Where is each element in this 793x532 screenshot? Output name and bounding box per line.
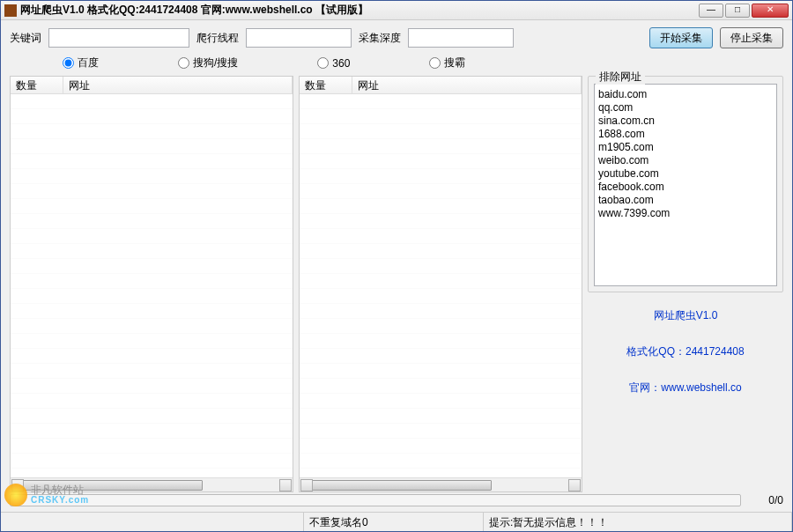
window-controls: — □ ✕: [699, 4, 789, 18]
threads-label: 爬行线程: [196, 31, 239, 46]
depth-label: 采集深度: [359, 31, 401, 46]
radio-souba[interactable]: 搜霸: [429, 55, 465, 70]
exclude-item[interactable]: sina.com.cn: [598, 115, 773, 128]
exclude-item[interactable]: baidu.com: [598, 88, 773, 101]
exclude-item[interactable]: 1688.com: [598, 128, 773, 141]
progress-text: 0/0: [746, 494, 783, 506]
col-qty[interactable]: 数量: [300, 77, 352, 93]
col-url[interactable]: 网址: [352, 77, 582, 93]
radio-360[interactable]: 360: [317, 57, 350, 70]
app-icon: [4, 4, 17, 17]
list-body[interactable]: [300, 94, 582, 477]
progress-row: 0/0: [10, 492, 783, 508]
info-website: 官网：www.webshell.co: [588, 381, 783, 395]
status-cell-3: 提示:暂无提示信息！！！: [484, 513, 792, 531]
right-column: 排除网址 baidu.comqq.comsina.com.cn1688.comm…: [588, 76, 783, 492]
exclude-group-title: 排除网址: [596, 70, 645, 85]
exclude-item[interactable]: qq.com: [598, 101, 773, 115]
engine-radio-group: 百度 搜狗/搜搜 360 搜霸: [10, 55, 783, 70]
exclude-item[interactable]: facebook.com: [598, 181, 773, 194]
titlebar: 网址爬虫V1.0 格式化QQ:2441724408 官网:www.webshel…: [1, 1, 792, 20]
minimize-button[interactable]: —: [699, 4, 723, 18]
exclude-item[interactable]: taobao.com: [598, 194, 773, 207]
maximize-button[interactable]: □: [725, 4, 750, 18]
depth-input[interactable]: [408, 28, 514, 48]
main-row: 数量 网址 数量 网址 排除网址 baidu.comqq.comsina.com…: [10, 76, 783, 492]
watermark: 非凡软件站 CRSKY.com: [4, 484, 89, 506]
col-url[interactable]: 网址: [63, 77, 293, 93]
list-body[interactable]: [11, 94, 293, 477]
keyword-input[interactable]: [48, 28, 189, 48]
watermark-domain: CRSKY.com: [31, 495, 89, 506]
result-list-right: 数量 网址: [299, 76, 582, 492]
exclude-item[interactable]: www.7399.com: [598, 207, 773, 220]
website-link[interactable]: www.webshell.co: [661, 381, 741, 394]
result-list-left: 数量 网址: [10, 76, 293, 492]
horizontal-scrollbar[interactable]: [300, 477, 582, 491]
col-qty[interactable]: 数量: [11, 77, 63, 93]
close-button[interactable]: ✕: [752, 4, 789, 18]
watermark-name: 非凡软件站: [31, 484, 89, 495]
list-header: 数量 网址: [300, 77, 582, 94]
content-area: 关键词 爬行线程 采集深度 开始采集 停止采集 百度 搜狗/搜搜 360 搜霸 …: [1, 20, 792, 512]
info-qq: 格式化QQ：2441724408: [588, 344, 783, 359]
exclude-item[interactable]: weibo.com: [598, 154, 773, 167]
info-block: 网址爬虫V1.0 格式化QQ：2441724408 官网：www.webshel…: [588, 299, 783, 404]
app-window: 网址爬虫V1.0 格式化QQ:2441724408 官网:www.webshel…: [0, 0, 793, 532]
exclude-item[interactable]: m1905.com: [598, 141, 773, 154]
exclude-list[interactable]: baidu.comqq.comsina.com.cn1688.comm1905.…: [594, 84, 777, 286]
input-row: 关键词 爬行线程 采集深度 开始采集 停止采集: [10, 27, 783, 48]
keyword-label: 关键词: [10, 31, 41, 46]
threads-input[interactable]: [246, 28, 352, 48]
status-cell-1: [1, 513, 304, 531]
statusbar: 不重复域名0 提示:暂无提示信息！！！: [1, 512, 792, 531]
radio-sogou[interactable]: 搜狗/搜搜: [178, 55, 238, 70]
start-button[interactable]: 开始采集: [649, 27, 713, 48]
window-title: 网址爬虫V1.0 格式化QQ:2441724408 官网:www.webshel…: [20, 3, 699, 18]
stop-button[interactable]: 停止采集: [720, 27, 783, 48]
list-header: 数量 网址: [11, 77, 293, 94]
radio-baidu[interactable]: 百度: [63, 55, 99, 70]
progress-bar: [10, 494, 741, 506]
info-title: 网址爬虫V1.0: [588, 308, 783, 323]
exclude-item[interactable]: youtube.com: [598, 167, 773, 181]
status-cell-2: 不重复域名0: [304, 513, 484, 531]
watermark-logo-icon: [4, 484, 27, 506]
exclude-group: 排除网址 baidu.comqq.comsina.com.cn1688.comm…: [588, 76, 783, 292]
